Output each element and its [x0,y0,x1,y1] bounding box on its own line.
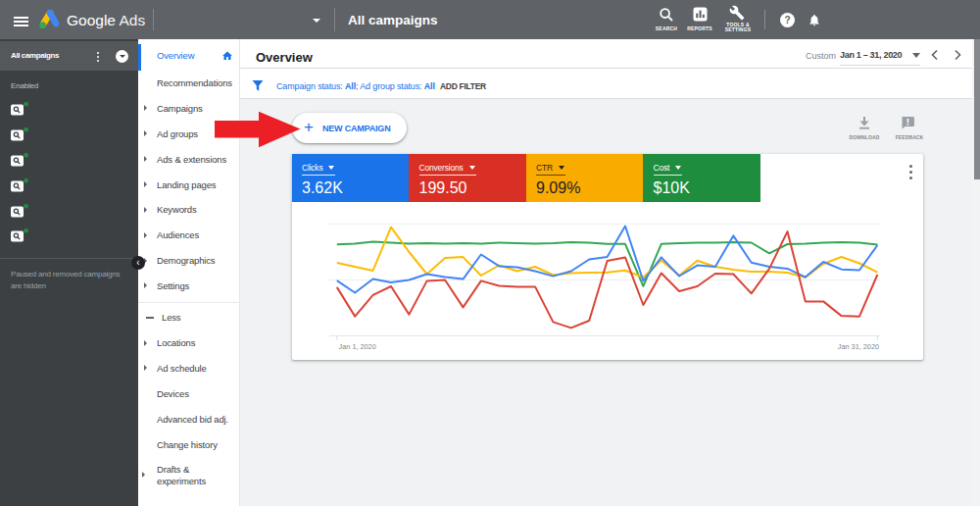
svg-text:Jan 31, 2020: Jan 31, 2020 [838,342,879,351]
svg-text:Jan 1, 2020: Jan 1, 2020 [339,342,376,351]
